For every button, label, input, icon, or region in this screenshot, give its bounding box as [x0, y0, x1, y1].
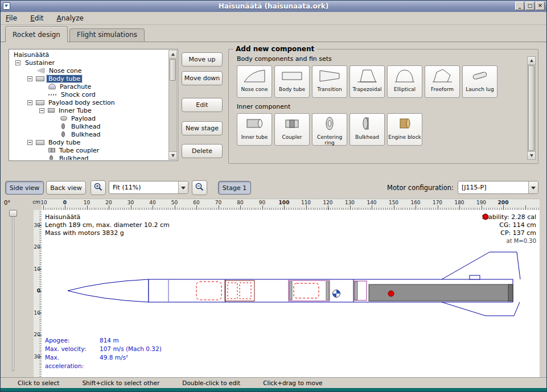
bulkhead-icon: [356, 115, 379, 134]
chevron-down-icon[interactable]: [178, 181, 188, 193]
tree-item[interactable]: Payload body section: [10, 98, 168, 106]
tab[interactable]: Flight simulations: [69, 28, 145, 42]
coupler-button[interactable]: Coupler: [274, 113, 310, 146]
trapezoidal-fin-icon: [356, 67, 379, 86]
tree-item[interactable]: Parachute: [10, 82, 168, 90]
rocket-name: Haisunäätä: [45, 213, 170, 221]
tab-label: Rocket design: [13, 31, 60, 39]
zoom-in-button[interactable]: [91, 180, 106, 195]
tree-item[interactable]: Body tube: [10, 138, 168, 146]
window-bottom-edge: [1, 388, 546, 392]
ruler-mark: 30: [34, 353, 40, 359]
app-window: Haisunäätä (haisunaata.ork) _ □ ✕ File E…: [0, 0, 547, 392]
tree-item[interactable]: Bulkhead: [10, 122, 168, 130]
tree-item[interactable]: Body tube: [10, 75, 168, 82]
tree-item[interactable]: Bulkhead: [10, 154, 168, 160]
move-up-button[interactable]: Move up: [182, 52, 223, 67]
transition-button[interactable]: Transition: [312, 65, 347, 98]
edit-button[interactable]: Edit: [182, 98, 223, 112]
scrollbar-thumb[interactable]: [528, 65, 534, 151]
side-view-button[interactable]: Side view: [5, 181, 44, 195]
launch-lug-button[interactable]: Launch lug: [462, 65, 497, 98]
zoom-out-button[interactable]: [192, 180, 207, 195]
rotation-slider-handle[interactable]: [9, 210, 17, 217]
elliptical-fin-button[interactable]: Elliptical: [387, 65, 422, 98]
close-button[interactable]: ✕: [536, 2, 545, 10]
motor-configuration-select[interactable]: [J115-P]: [458, 181, 538, 194]
coupler-icon: [281, 115, 303, 134]
nose-cone-button[interactable]: Nose cone: [237, 65, 272, 98]
tree-item[interactable]: Bulkhead: [10, 130, 168, 138]
scroll-down-icon[interactable]: [169, 151, 176, 159]
tree-item[interactable]: Shock cord: [10, 90, 168, 98]
scrollbar-thumb[interactable]: [170, 59, 176, 81]
tree-item[interactable]: Payload: [10, 114, 168, 122]
ruler-mark: 170: [433, 200, 442, 205]
tree-item[interactable]: Nose cone: [10, 67, 168, 75]
stability-value: Stability: 2.28 cal: [482, 213, 536, 221]
inner-tube-icon: [243, 115, 266, 134]
tree-item-label: Bulkhead: [69, 123, 102, 130]
group-title: Add new component: [233, 45, 316, 53]
title-bar[interactable]: Haisunäätä (haisunaata.ork) _ □ ✕: [1, 1, 546, 12]
move-down-button[interactable]: Move down: [182, 71, 223, 85]
ruler-mark: 40: [149, 200, 155, 205]
ruler-mark: 30: [128, 200, 134, 205]
expand-toggle-icon[interactable]: [15, 60, 20, 65]
menu-item[interactable]: Edit: [25, 12, 48, 24]
tree-item[interactable]: Sustainer: [10, 59, 168, 67]
mach-condition: at M=0.30: [482, 237, 536, 245]
ruler-mark: 60: [193, 200, 199, 205]
tree-item-label: Nose cone: [47, 67, 83, 75]
ruler-mark: 90: [259, 200, 265, 205]
ruler-mark: 150: [389, 200, 398, 205]
expand-toggle-icon[interactable]: [27, 76, 32, 81]
maximize-button[interactable]: □: [525, 2, 534, 10]
stage-1-button[interactable]: Stage 1: [218, 181, 251, 195]
body-component-row: Nose cone Body tube Transition Trapezoid…: [237, 65, 538, 98]
body-tube-button[interactable]: Body tube: [274, 65, 310, 98]
expand-toggle-icon[interactable]: [27, 140, 32, 145]
payload-icon: [60, 116, 67, 121]
rotation-slider[interactable]: [12, 211, 14, 371]
component-panel-scrollbar[interactable]: [527, 56, 536, 160]
scroll-up-icon[interactable]: [169, 51, 176, 59]
component-tree[interactable]: Haisunäätä Sustainer Nose cone: [10, 51, 168, 160]
tree-item[interactable]: Inner Tube: [10, 106, 168, 114]
bulkhead-button[interactable]: Bulkhead: [349, 113, 385, 146]
status-hint: Click to select: [18, 379, 59, 388]
expand-toggle-icon[interactable]: [27, 100, 32, 105]
ruler-mark: 100: [279, 200, 290, 205]
status-hint: Shift+click to select other: [82, 379, 159, 388]
tree-item[interactable]: Tube coupler: [10, 146, 168, 154]
centering-ring-button[interactable]: Centering ring: [312, 113, 347, 146]
tree-item-label: Parachute: [58, 83, 93, 90]
trapezoidal-fin-button[interactable]: Trapezoidal: [349, 65, 385, 98]
inner-tube-button[interactable]: Inner tube: [237, 113, 272, 146]
engine-block-button[interactable]: Engine block: [387, 113, 422, 146]
rocket-view[interactable]: Haisunäätä Length 189 cm, max. diameter …: [42, 210, 540, 377]
scroll-up-icon[interactable]: [528, 57, 535, 65]
tree-item-label: Body tube: [47, 75, 82, 82]
ruler-mark: 70: [215, 200, 221, 205]
tab-bar: Rocket design Flight simulations: [1, 26, 546, 42]
back-view-button[interactable]: Back view: [46, 181, 86, 195]
body-tube-icon: [36, 76, 44, 81]
new-stage-button[interactable]: New stage: [182, 121, 223, 135]
menu-item[interactable]: Analyze: [52, 12, 89, 24]
ruler-mark: 110: [301, 200, 311, 205]
cp-value: CP: 137 cm: [500, 229, 536, 237]
minimize-button[interactable]: _: [515, 2, 524, 10]
zoom-select[interactable]: Fit (11%): [109, 181, 188, 194]
chevron-down-icon[interactable]: [528, 181, 538, 193]
tree-scrollbar[interactable]: [168, 50, 177, 160]
freeform-fin-button[interactable]: Freeform: [425, 65, 460, 98]
rotation-value: 0°: [4, 200, 10, 206]
delete-button[interactable]: Delete: [182, 144, 223, 158]
tree-item-label: Bulkhead: [57, 155, 90, 160]
menu-item[interactable]: File: [1, 12, 22, 24]
expand-toggle-icon[interactable]: [39, 108, 44, 113]
tab[interactable]: Rocket design: [5, 26, 68, 42]
scroll-down-icon[interactable]: [528, 151, 535, 159]
tree-item[interactable]: Haisunäätä: [10, 51, 168, 59]
